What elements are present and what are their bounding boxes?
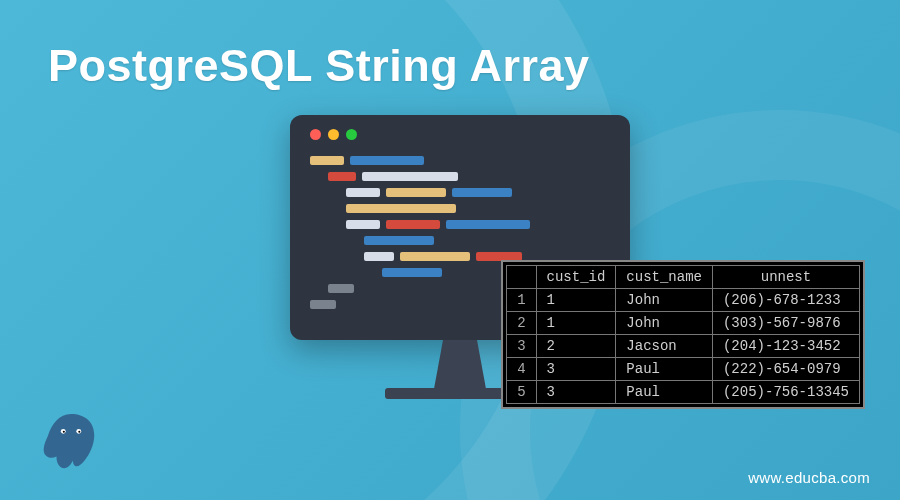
site-url: www.educba.com [748,469,870,486]
column-header: cust_name [616,266,713,289]
page-title: PostgreSQL String Array [48,40,590,92]
table-row: 11John(206)-678-1233 [507,289,860,312]
maximize-icon [346,129,357,140]
close-icon [310,129,321,140]
table-row: 53Paul(205)-756-13345 [507,381,860,404]
column-header: unnest [712,266,859,289]
postgresql-logo-icon [40,410,102,472]
table-row: 21John(303)-567-9876 [507,312,860,335]
minimize-icon [328,129,339,140]
monitor-stand [426,340,494,388]
query-result-table: cust_id cust_name unnest 11John(206)-678… [501,260,865,409]
svg-point-3 [78,431,80,433]
row-number-header [507,266,536,289]
window-controls [310,129,610,140]
svg-point-2 [63,431,65,433]
table-row: 32Jacson(204)-123-3452 [507,335,860,358]
column-header: cust_id [536,266,616,289]
table-row: 43Paul(222)-654-0979 [507,358,860,381]
